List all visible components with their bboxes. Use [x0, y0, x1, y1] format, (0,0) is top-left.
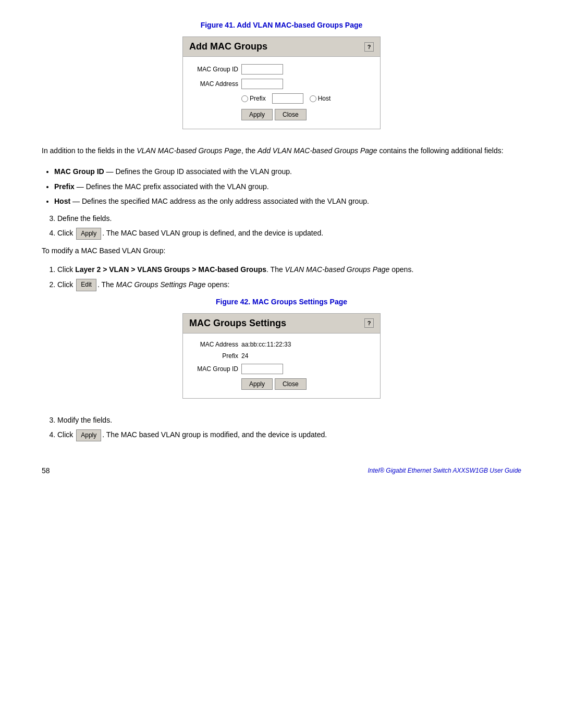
modify-step-1-italic: VLAN MAC-based Groups Page	[285, 265, 390, 274]
modify-step-1-pre: Click	[57, 265, 75, 274]
modify-step-2: Click Edit. The MAC Groups Settings Page…	[57, 279, 521, 291]
steps-after-42: Modify the fields. Click Apply. The MAC …	[57, 414, 521, 441]
mac-groups-settings-dialog: MAC Groups Settings ? MAC Address aa:bb:…	[182, 313, 381, 399]
dialog-body: MAC Group ID MAC Address Prefix	[183, 57, 380, 129]
settings-mac-group-id-label: MAC Group ID	[191, 365, 238, 373]
body-text-prefix: In addition to the fields in the	[42, 146, 137, 155]
add-mac-groups-dialog: Add MAC Groups ? MAC Group ID MAC Addres…	[182, 36, 381, 129]
mac-address-input[interactable]	[241, 79, 283, 89]
radio-group: Prefix Host	[241, 93, 331, 104]
step-click-text: Click	[57, 229, 75, 237]
step2-click-apply: Click Apply. The MAC based VLAN group is…	[57, 429, 521, 441]
modify-step-2-italic: MAC Groups Settings Page	[116, 280, 205, 289]
body-italic1: VLAN MAC-based Groups Page	[137, 146, 241, 155]
body-paragraph: In addition to the fields in the VLAN MA…	[42, 145, 521, 156]
modify-step-2-mid: . The	[97, 280, 116, 289]
dialog-header-title: Add MAC Groups	[189, 41, 267, 52]
inline-apply-button-2: Apply	[76, 429, 101, 441]
settings-prefix-label: Prefix	[191, 352, 238, 360]
footer-page-number: 58	[42, 466, 50, 475]
settings-dialog-header-title: MAC Groups Settings	[189, 318, 286, 329]
modify-intro: To modify a MAC Based VLAN Group:	[42, 245, 521, 256]
host-label: Host	[318, 95, 331, 102]
modify-step-2-pre: Click	[57, 280, 75, 289]
settings-close-button[interactable]: Close	[275, 378, 307, 390]
settings-mac-group-id-input[interactable]	[241, 364, 283, 374]
figure42-title: Figure 42. MAC Groups Settings Page	[42, 298, 521, 306]
settings-prefix-row: Prefix 24	[191, 352, 372, 360]
settings-mac-address-label: MAC Address	[191, 341, 238, 348]
mac-address-label: MAC Address	[191, 80, 238, 88]
host-radio[interactable]	[310, 95, 316, 102]
button-row: Apply Close	[191, 109, 372, 120]
prefix-radio[interactable]	[241, 95, 248, 102]
mac-group-id-label: MAC Group ID	[191, 66, 238, 73]
page-footer: 58 Intel® Gigabit Ethernet Switch AXXSW1…	[42, 462, 521, 475]
step-define-fields-text: Define the fields.	[57, 214, 112, 223]
modify-step-2-post: opens:	[205, 280, 229, 289]
mac-address-row: MAC Address	[191, 79, 372, 89]
radio-row: Prefix Host	[191, 93, 372, 104]
body-italic2: Add VLAN MAC-based Groups Page	[258, 146, 377, 155]
step2-modify-fields: Modify the fields.	[57, 414, 521, 426]
bullet-3-bold: Host	[54, 197, 70, 205]
modify-steps: Click Layer 2 > VLAN > VLANS Groups > MA…	[57, 264, 521, 291]
step-click-apply: Click Apply. The MAC based VLAN group is…	[57, 227, 521, 240]
help-icon[interactable]: ?	[364, 42, 374, 52]
bullet-2-text: — Defines the MAC prefix associated with…	[75, 182, 269, 191]
step-define-fields: Define the fields.	[57, 213, 521, 224]
modify-step-1: Click Layer 2 > VLAN > VLANS Groups > MA…	[57, 264, 521, 275]
figure41-title: Figure 41. Add VLAN MAC-based Groups Pag…	[42, 21, 521, 29]
prefix-label: Prefix	[250, 95, 266, 102]
mac-group-id-input[interactable]	[241, 64, 283, 75]
settings-apply-button[interactable]: Apply	[241, 378, 273, 390]
bullet-item-3: Host — Defines the specified MAC address…	[54, 195, 521, 207]
step2-modify-fields-text: Modify the fields.	[57, 416, 112, 424]
bullet-item-1: MAC Group ID — Defines the Group ID asso…	[54, 166, 521, 177]
figure42-dialog-container: MAC Groups Settings ? MAC Address aa:bb:…	[42, 313, 521, 399]
modify-step-1-bold: Layer 2 > VLAN > VLANS Groups > MAC-base…	[75, 265, 266, 274]
apply-button[interactable]: Apply	[241, 109, 273, 120]
modify-step-1-post: opens.	[389, 265, 413, 274]
host-radio-label[interactable]: Host	[310, 95, 331, 102]
settings-dialog-body: MAC Address aa:bb:cc:11:22:33 Prefix 24 …	[183, 334, 380, 398]
settings-mac-address-row: MAC Address aa:bb:cc:11:22:33	[191, 341, 372, 348]
step-apply-post: . The MAC based VLAN group is defined, a…	[102, 229, 323, 237]
bullet-2-bold: Prefix	[54, 182, 75, 191]
settings-button-row: Apply Close	[191, 378, 372, 390]
dialog-header: Add MAC Groups ?	[183, 37, 380, 57]
step2-click-text: Click	[57, 430, 75, 439]
step2-apply-post: . The MAC based VLAN group is modified, …	[102, 430, 327, 439]
inline-edit-button: Edit	[76, 279, 96, 291]
close-button[interactable]: Close	[275, 109, 307, 120]
settings-mac-address-value: aa:bb:cc:11:22:33	[241, 341, 291, 348]
bullet-1-text: — Defines the Group ID associated with t…	[104, 167, 292, 176]
body-text-mid: , the	[241, 146, 258, 155]
mac-group-id-row: MAC Group ID	[191, 64, 372, 75]
inline-apply-button: Apply	[76, 228, 101, 240]
bullet-list: MAC Group ID — Defines the Group ID asso…	[54, 166, 521, 207]
figure41-dialog-container: Add MAC Groups ? MAC Group ID MAC Addres…	[42, 36, 521, 129]
prefix-value-input[interactable]	[272, 93, 303, 104]
bullet-1-bold: MAC Group ID	[54, 167, 104, 176]
footer-doc-title: Intel® Gigabit Ethernet Switch AXXSW1GB …	[368, 467, 521, 474]
settings-prefix-value: 24	[241, 352, 248, 360]
bullet-3-text: — Defines the specified MAC address as t…	[70, 197, 369, 205]
prefix-radio-label[interactable]: Prefix	[241, 95, 266, 102]
modify-step-1-mid: . The	[266, 265, 285, 274]
numbered-steps-1: Define the fields. Click Apply. The MAC …	[57, 213, 521, 240]
settings-help-icon[interactable]: ?	[364, 318, 374, 328]
settings-dialog-header: MAC Groups Settings ?	[183, 314, 380, 334]
body-text-end: contains the following additional fields…	[377, 146, 504, 155]
bullet-item-2: Prefix — Defines the MAC prefix associat…	[54, 181, 521, 192]
settings-mac-group-id-row: MAC Group ID	[191, 364, 372, 374]
page-content: Figure 41. Add VLAN MAC-based Groups Pag…	[42, 21, 521, 475]
